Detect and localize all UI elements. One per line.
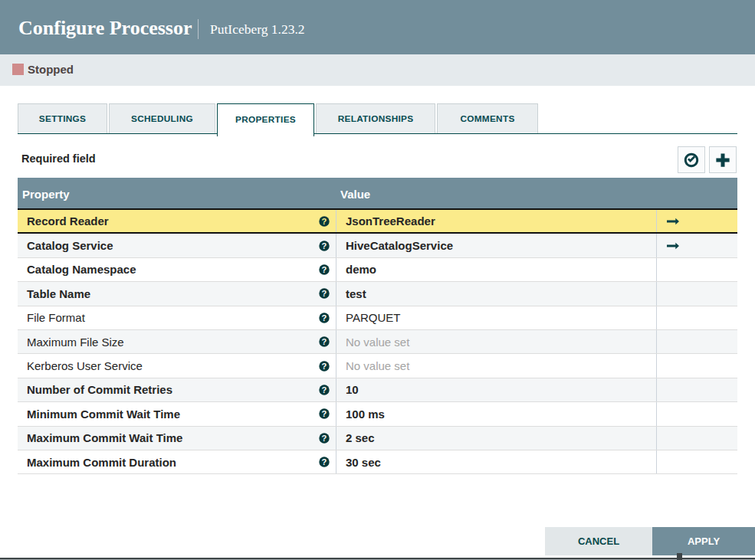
- svg-text:?: ?: [322, 337, 327, 346]
- svg-text:?: ?: [322, 361, 327, 370]
- svg-text:?: ?: [322, 409, 327, 418]
- svg-text:?: ?: [322, 241, 327, 250]
- svg-text:?: ?: [322, 313, 327, 323]
- svg-text:?: ?: [322, 216, 327, 225]
- svg-text:?: ?: [322, 265, 327, 274]
- svg-text:?: ?: [322, 433, 327, 442]
- svg-text:?: ?: [322, 289, 327, 298]
- svg-text:?: ?: [322, 457, 327, 467]
- svg-text:?: ?: [322, 385, 327, 395]
